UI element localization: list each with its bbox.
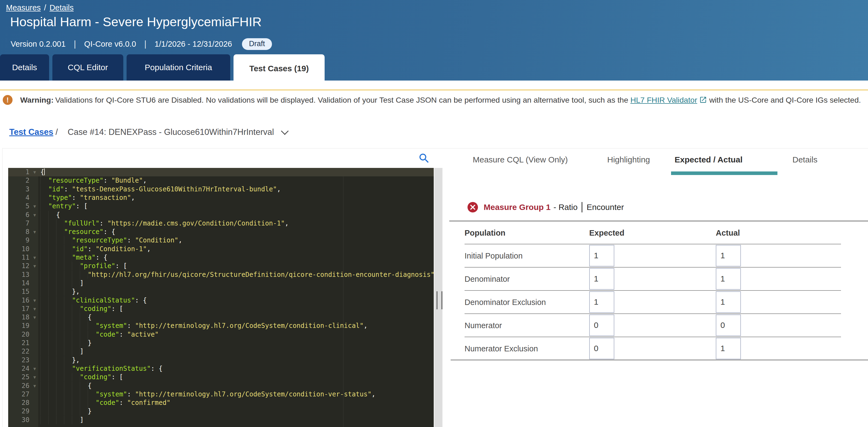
editor-line[interactable]: 3"id": "tests-DenexPass-Glucose610Within… <box>8 185 434 194</box>
panel-resizer[interactable] <box>434 168 442 427</box>
line-number: 4 <box>8 194 29 202</box>
search-icon[interactable] <box>418 152 430 165</box>
active-tab-indicator <box>671 171 777 175</box>
editor-line[interactable]: 28"code": "confirmed" <box>8 399 434 407</box>
editor-line[interactable]: 22] <box>8 347 434 356</box>
fold-toggle-icon[interactable]: ▾ <box>31 228 38 236</box>
indent-guide <box>40 287 72 296</box>
line-number: 9 <box>8 236 29 245</box>
editor-line[interactable]: 4"type": "transaction", <box>8 194 434 202</box>
editor-line[interactable]: 9"resourceType": "Condition", <box>8 236 434 245</box>
line-number: 13 <box>8 271 29 279</box>
actual-value: 1 <box>716 291 741 313</box>
rtab-expected-actual[interactable]: Expected / Actual <box>675 155 743 164</box>
line-number: 7 <box>8 219 29 228</box>
rtab-highlighting[interactable]: Highlighting <box>607 155 650 164</box>
editor-line[interactable]: 13"http://hl7.org/fhir/us/qicore/Structu… <box>8 271 434 279</box>
editor-line[interactable]: 2"resourceType": "Bundle", <box>8 176 434 185</box>
json-editor[interactable]: 1▾{2"resourceType": "Bundle",3"id": "tes… <box>8 168 434 427</box>
rtab-measure-cql[interactable]: Measure CQL (View Only) <box>473 155 568 164</box>
breadcrumb: Measures/Details <box>6 3 74 12</box>
measure-group-unit: Encounter <box>587 203 624 212</box>
line-number: 30 <box>8 416 29 424</box>
editor-line[interactable]: 6▾{ <box>8 211 434 219</box>
code-text: { <box>40 313 92 322</box>
editor-line[interactable]: 11▾"meta": { <box>8 253 434 262</box>
col-header-population: Population <box>465 221 505 244</box>
editor-line[interactable]: 8▾"resource": { <box>8 228 434 236</box>
fold-toggle-icon[interactable]: ▾ <box>31 373 38 381</box>
editor-line[interactable]: 23}, <box>8 356 434 365</box>
line-number: 11 <box>8 253 29 262</box>
fold-toggle-icon[interactable]: ▾ <box>31 202 38 210</box>
population-row: Numerator Exclusion01 <box>449 337 868 360</box>
tab-details[interactable]: Details <box>0 54 49 81</box>
rtab-details[interactable]: Details <box>793 155 817 164</box>
indent-guide <box>40 339 88 347</box>
fold-toggle-icon[interactable]: ▾ <box>31 211 38 219</box>
editor-line[interactable]: 14] <box>8 279 434 287</box>
editor-line[interactable]: 15}, <box>8 287 434 296</box>
code-text: "resourceType": "Condition", <box>40 236 182 245</box>
indent-guide <box>40 347 80 356</box>
chevron-down-icon[interactable] <box>281 127 289 135</box>
expected-value-input[interactable]: 1 <box>589 268 614 290</box>
indent-guide <box>40 330 95 339</box>
fold-toggle-icon[interactable]: ▾ <box>31 253 38 262</box>
fold-toggle-icon[interactable]: ▾ <box>31 262 38 270</box>
editor-line[interactable]: 29} <box>8 407 434 416</box>
measure-group-header: Measure Group 1 - Ratio Encounter <box>466 200 624 214</box>
editor-line[interactable]: 20"code": "active" <box>8 330 434 339</box>
expected-value-input[interactable]: 0 <box>589 338 614 359</box>
editor-line[interactable]: 17▾"coding": [ <box>8 305 434 313</box>
text-cursor <box>44 168 45 175</box>
line-number: 16 <box>8 296 29 305</box>
editor-line[interactable]: 1▾{ <box>8 168 434 176</box>
tab-population-criteria[interactable]: Population Criteria <box>127 54 230 81</box>
fold-toggle-icon[interactable]: ▾ <box>31 296 38 305</box>
population-label: Denominator <box>465 267 510 291</box>
tab-test-cases[interactable]: Test Cases (19) <box>234 54 324 82</box>
editor-line[interactable]: 5▾"entry": [ <box>8 202 434 210</box>
line-number: 29 <box>8 407 29 416</box>
code-text: "coding": [ <box>40 305 123 313</box>
expected-value-input[interactable]: 0 <box>589 315 614 336</box>
code-text: "coding": [ <box>40 373 123 381</box>
row-separator <box>451 360 868 360</box>
line-number: 15 <box>8 287 29 296</box>
breadcrumb-measures-link[interactable]: Measures <box>6 3 41 12</box>
editor-line[interactable]: 24▾"verificationStatus": { <box>8 365 434 373</box>
editor-line[interactable]: 16▾"clinicalStatus": { <box>8 296 434 305</box>
fold-toggle-icon[interactable]: ▾ <box>31 305 38 313</box>
editor-line[interactable]: 27"system": "http://terminology.hl7.org/… <box>8 390 434 399</box>
line-number: 17 <box>8 305 29 313</box>
editor-line[interactable]: 19"system": "http://terminology.hl7.org/… <box>8 322 434 330</box>
warning-accent-line <box>0 90 868 90</box>
population-row: Initial Population11 <box>449 244 868 267</box>
tab-cql-editor[interactable]: CQL Editor <box>52 54 123 81</box>
line-number: 8 <box>8 228 29 236</box>
indent-guide <box>40 279 80 287</box>
actual-value: 1 <box>716 245 741 266</box>
editor-line[interactable]: 30] <box>8 416 434 424</box>
expected-value-input[interactable]: 1 <box>589 245 614 266</box>
fold-toggle-icon[interactable]: ▾ <box>31 382 38 390</box>
line-number: 22 <box>8 347 29 356</box>
line-number: 20 <box>8 330 29 339</box>
indent-guide <box>40 271 88 279</box>
breadcrumb-details-link[interactable]: Details <box>50 3 74 12</box>
editor-line[interactable]: 7"fullUrl": "https://madie.cms.gov/Condi… <box>8 219 434 228</box>
editor-line[interactable]: 21} <box>8 339 434 347</box>
test-cases-link[interactable]: Test Cases <box>9 127 53 137</box>
editor-line[interactable]: 26▾{ <box>8 382 434 390</box>
editor-line[interactable]: 18▾{ <box>8 313 434 322</box>
expected-value-input[interactable]: 1 <box>589 291 614 313</box>
editor-line[interactable]: 12▾"profile": [ <box>8 262 434 270</box>
hl7-fhir-validator-link[interactable]: HL7 FHIR Validator <box>630 95 697 104</box>
editor-line[interactable]: 25▾"coding": [ <box>8 373 434 381</box>
fold-toggle-icon[interactable]: ▾ <box>31 313 38 322</box>
fold-toggle-icon[interactable]: ▾ <box>31 365 38 373</box>
fold-toggle-icon[interactable]: ▾ <box>31 168 38 176</box>
line-number: 12 <box>8 262 29 270</box>
editor-line[interactable]: 10"id": "Condition-1", <box>8 245 434 253</box>
